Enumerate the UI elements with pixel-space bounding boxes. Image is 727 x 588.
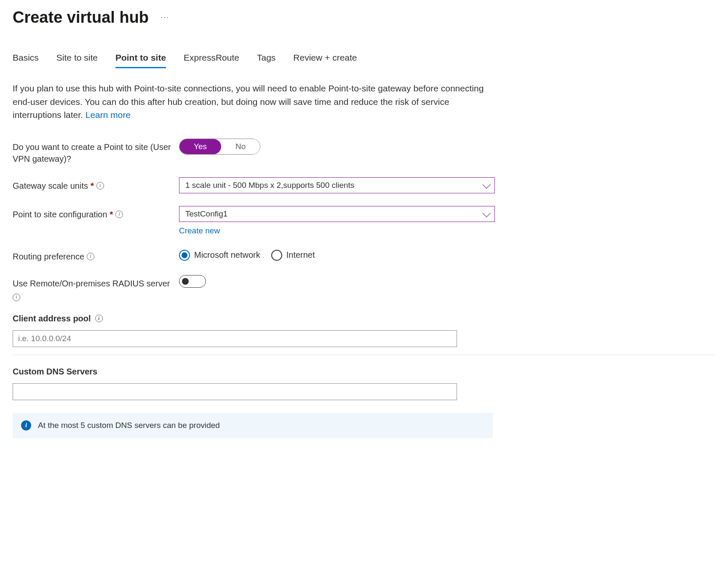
tab-point-to-site[interactable]: Point to site: [115, 48, 166, 68]
p2s-config-label: Point to site configuration: [13, 208, 107, 220]
info-banner: i At the most 5 custom DNS servers can b…: [13, 413, 493, 438]
switch-knob: [182, 278, 189, 285]
create-p2s-no[interactable]: No: [221, 139, 260, 154]
scale-units-value: 1 scale unit - 500 Mbps x 2,supports 500…: [185, 181, 354, 190]
create-new-link[interactable]: Create new: [179, 226, 220, 235]
info-icon: i: [21, 420, 31, 430]
radius-label: Use Remote/On-premises RADIUS server: [13, 278, 170, 289]
p2s-config-value: TestConfig1: [185, 209, 227, 219]
dns-input[interactable]: [13, 383, 457, 400]
learn-more-link[interactable]: Learn more: [86, 110, 131, 120]
client-pool-label: Client address pool: [13, 314, 91, 323]
create-p2s-yes[interactable]: Yes: [179, 139, 221, 154]
info-icon[interactable]: i: [13, 294, 20, 301]
required-marker: *: [91, 180, 94, 192]
routing-pref-internet-label: Internet: [286, 250, 315, 260]
tab-basics[interactable]: Basics: [13, 48, 39, 68]
routing-pref-microsoft-label: Microsoft network: [194, 250, 260, 260]
more-actions-icon[interactable]: ···: [160, 13, 169, 22]
tab-bar: Basics Site to site Point to site Expres…: [13, 48, 714, 68]
chevron-down-icon: [482, 208, 491, 217]
intro-body: If you plan to use this hub with Point-t…: [13, 83, 484, 120]
radio-icon: [271, 250, 282, 261]
info-icon[interactable]: i: [96, 182, 104, 190]
client-pool-input[interactable]: [13, 330, 457, 347]
chevron-down-icon: [482, 180, 491, 188]
tab-review-create[interactable]: Review + create: [293, 48, 357, 68]
radio-icon: [179, 250, 190, 261]
create-p2s-toggle[interactable]: Yes No: [179, 139, 260, 155]
info-icon[interactable]: i: [95, 315, 103, 322]
info-banner-text: At the most 5 custom DNS servers can be …: [38, 421, 220, 430]
tab-expressroute[interactable]: ExpressRoute: [184, 48, 239, 68]
radius-switch[interactable]: [179, 275, 206, 288]
page-title: Create virtual hub: [13, 8, 149, 27]
routing-pref-group: Microsoft network Internet: [179, 248, 495, 261]
create-p2s-label: Do you want to create a Point to site (U…: [13, 139, 179, 165]
intro-text: If you plan to use this hub with Point-t…: [13, 82, 489, 122]
p2s-config-dropdown[interactable]: TestConfig1: [179, 206, 495, 222]
scale-units-label: Gateway scale units: [13, 180, 88, 192]
routing-pref-label: Routing preference: [13, 251, 84, 262]
tab-tags[interactable]: Tags: [257, 48, 275, 68]
scale-units-dropdown[interactable]: 1 scale unit - 500 Mbps x 2,supports 500…: [179, 177, 495, 193]
divider: [13, 355, 714, 355]
info-icon[interactable]: i: [115, 211, 123, 218]
tab-site-to-site[interactable]: Site to site: [56, 48, 98, 68]
routing-pref-microsoft[interactable]: Microsoft network: [179, 250, 260, 261]
dns-label: Custom DNS Servers: [13, 367, 97, 377]
routing-pref-internet[interactable]: Internet: [271, 250, 315, 261]
info-icon[interactable]: i: [87, 253, 94, 260]
required-marker: *: [110, 208, 113, 220]
